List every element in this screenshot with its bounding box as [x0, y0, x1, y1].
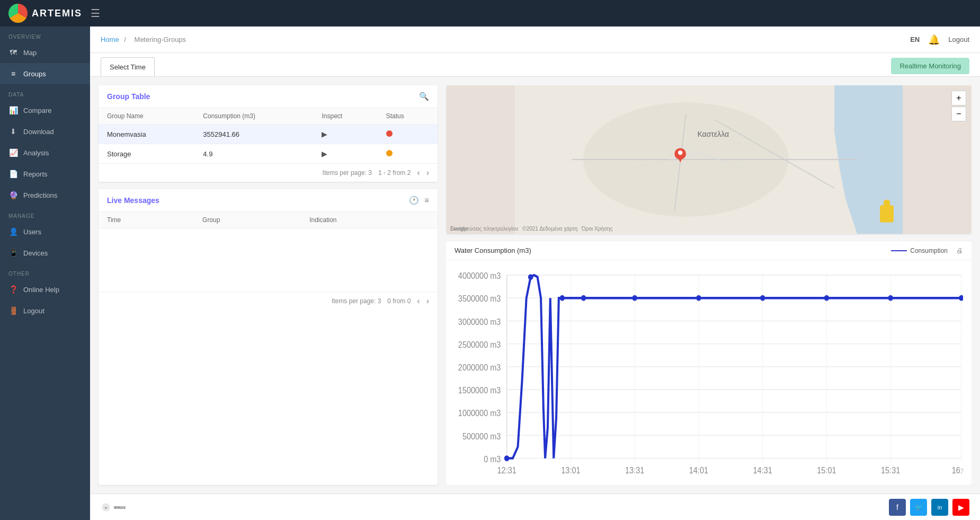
- footer-logo: W WINGS: [101, 499, 132, 515]
- live-messages-card: Live Messages 🕐 ≡ Time Group Indication: [99, 189, 438, 485]
- live-prev-page-button[interactable]: ‹: [417, 296, 420, 306]
- sidebar-item-download[interactable]: ⬇ Download: [0, 121, 90, 142]
- svg-text:1000000 m3: 1000000 m3: [458, 409, 501, 418]
- sidebar-item-online-help[interactable]: ❓ Online Help: [0, 279, 90, 300]
- next-page-button[interactable]: ›: [426, 168, 429, 178]
- facebook-button[interactable]: f: [889, 499, 906, 516]
- svg-text:3500000 m3: 3500000 m3: [458, 294, 501, 304]
- logout-button[interactable]: Logout: [948, 36, 969, 43]
- help-icon: ❓: [8, 285, 18, 294]
- map-copyright: ©2021 Δεδομένα χάρτη: [522, 226, 577, 232]
- live-next-page-button[interactable]: ›: [426, 296, 429, 306]
- col-status: Status: [378, 108, 438, 125]
- consumption-cell: 4.9: [194, 144, 313, 164]
- svg-point-12: [678, 151, 683, 155]
- sidebar-label-reports: Reports: [23, 170, 48, 178]
- download-icon: ⬇: [8, 127, 18, 136]
- svg-point-50: [528, 274, 533, 280]
- predictions-icon: 🔮: [8, 191, 18, 199]
- sidebar-label-download: Download: [23, 128, 54, 136]
- inspect-button[interactable]: ▶: [322, 149, 327, 158]
- sidebar-label-map: Map: [23, 49, 37, 57]
- users-icon: 👤: [8, 227, 18, 236]
- sidebar: OVERVIEW 🗺 Map ≡ Groups DATA 📊 Compare ⬇…: [0, 27, 90, 520]
- right-panels: Καστελλα + −: [446, 85, 972, 485]
- zoom-in-button[interactable]: +: [951, 91, 966, 105]
- svg-text:14:31: 14:31: [753, 466, 772, 475]
- breadcrumb-separator: /: [124, 36, 126, 43]
- content-header: Home / Metering-Groups EN 🔔 Logout: [90, 27, 980, 53]
- map-container[interactable]: Καστελλα + −: [446, 85, 972, 234]
- sidebar-item-map[interactable]: 🗺 Map: [0, 42, 90, 63]
- logo-area: ARTEMIS: [8, 4, 82, 23]
- svg-text:2500000 m3: 2500000 m3: [458, 340, 501, 349]
- live-messages-table: Time Group Indication: [99, 212, 438, 292]
- twitter-button[interactable]: 🐦: [910, 499, 927, 516]
- clock-icon[interactable]: 🕐: [409, 196, 419, 205]
- inspect-button[interactable]: ▶: [322, 130, 327, 138]
- col-indication: Indication: [301, 212, 438, 228]
- col-group-name: Group Name: [99, 108, 194, 125]
- sidebar-item-predictions[interactable]: 🔮 Predictions: [0, 184, 90, 206]
- svg-text:3000000 m3: 3000000 m3: [458, 317, 501, 327]
- filter-icon[interactable]: ≡: [424, 196, 429, 205]
- linkedin-button[interactable]: in: [931, 499, 948, 516]
- map-svg: Καστελλα: [446, 85, 972, 234]
- tab-select-time[interactable]: Select Time: [101, 57, 155, 76]
- svg-text:Καστελλα: Καστελλα: [697, 130, 729, 138]
- empty-state: [99, 228, 438, 292]
- sidebar-item-reports[interactable]: 📄 Reports: [0, 163, 90, 184]
- notification-icon[interactable]: 🔔: [928, 34, 940, 46]
- wings-logo: W WINGS: [101, 499, 132, 515]
- hamburger-icon[interactable]: ☰: [91, 7, 100, 20]
- youtube-button[interactable]: ▶: [952, 499, 969, 516]
- sidebar-item-analysis[interactable]: 📈 Analysis: [0, 142, 90, 163]
- pagination-range: 1 - 2 from 2: [378, 169, 411, 177]
- chart-svg: 4000000 m3 3500000 m3 3000000 m3 2500000…: [451, 266, 963, 475]
- footer: W WINGS f 🐦 in ▶: [90, 493, 980, 520]
- svg-rect-13: [880, 205, 894, 222]
- svg-point-57: [888, 295, 893, 301]
- devices-icon: 📱: [8, 249, 18, 257]
- search-icon[interactable]: 🔍: [419, 92, 429, 101]
- inspect-cell[interactable]: ▶: [313, 144, 377, 164]
- sidebar-item-groups[interactable]: ≡ Groups: [0, 63, 90, 84]
- group-table-title: Group Table: [107, 92, 150, 101]
- breadcrumb-current: Metering-Groups: [135, 36, 186, 43]
- google-logo: Google: [450, 226, 467, 232]
- chart-title: Water Consumption (m3): [455, 246, 531, 254]
- svg-text:500000 m3: 500000 m3: [462, 431, 501, 441]
- sidebar-item-logout[interactable]: 🚪 Logout: [0, 300, 90, 321]
- logo-icon: [8, 4, 28, 23]
- main-layout: OVERVIEW 🗺 Map ≡ Groups DATA 📊 Compare ⬇…: [0, 27, 980, 520]
- inspect-cell[interactable]: ▶: [313, 125, 377, 144]
- sidebar-item-users[interactable]: 👤 Users: [0, 221, 90, 242]
- breadcrumb-home[interactable]: Home: [101, 36, 119, 43]
- sidebar-label-logout: Logout: [23, 307, 44, 315]
- chart-body: 4000000 m3 3500000 m3 3000000 m3 2500000…: [446, 260, 972, 481]
- sidebar-item-compare[interactable]: 📊 Compare: [0, 100, 90, 121]
- svg-point-56: [824, 295, 830, 301]
- language-button[interactable]: EN: [910, 36, 920, 43]
- table-row[interactable]: Monemvasia 3552941.66 ▶: [99, 125, 438, 144]
- table-row[interactable]: Storage 4.9 ▶: [99, 144, 438, 164]
- map-icon: 🗺: [8, 48, 18, 57]
- col-group: Group: [194, 212, 301, 228]
- chart-panel: Water Consumption (m3) Consumption 🖨: [446, 241, 972, 485]
- zoom-out-button[interactable]: −: [951, 107, 966, 121]
- sidebar-label-predictions: Predictions: [23, 191, 57, 199]
- map-panel: Καστελλα + −: [446, 85, 972, 234]
- logout-sidebar-icon: 🚪: [8, 306, 18, 315]
- svg-point-58: [959, 295, 963, 301]
- topbar: ARTEMIS ☰: [0, 0, 980, 27]
- group-table: Group Name Consumption (m3) Inspect Stat…: [99, 108, 438, 164]
- print-icon[interactable]: 🖨: [956, 246, 963, 254]
- prev-page-button[interactable]: ‹: [417, 168, 420, 178]
- panels-area: Group Table 🔍 Group Name Consumption (m3…: [90, 77, 980, 493]
- realtime-monitoring-button[interactable]: Realtime Monitoring: [891, 58, 969, 74]
- sidebar-item-devices[interactable]: 📱 Devices: [0, 242, 90, 263]
- group-table-card: Group Table 🔍 Group Name Consumption (m3…: [99, 85, 438, 182]
- live-items-per-page-label: Items per page: 3: [332, 297, 381, 305]
- status-dot: [386, 150, 393, 156]
- legend-label: Consumption: [910, 247, 948, 254]
